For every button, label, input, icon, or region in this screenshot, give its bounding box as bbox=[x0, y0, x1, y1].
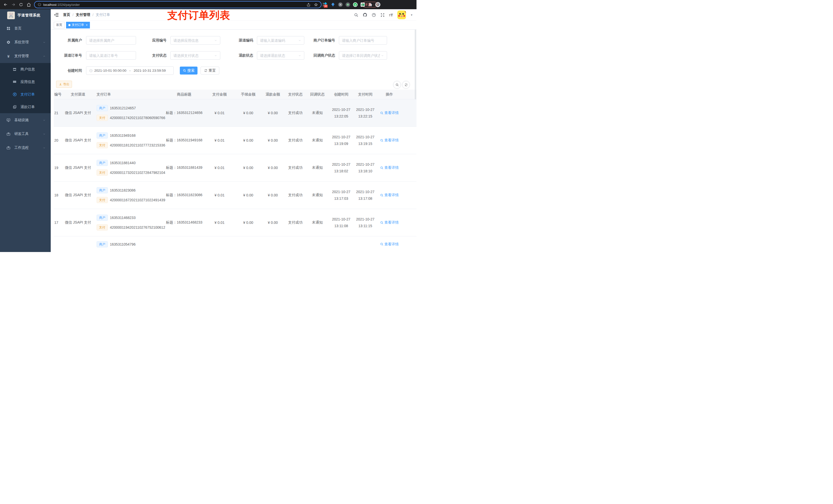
cell-filler bbox=[401, 99, 416, 126]
date-start-value[interactable]: 2021-10-01 00:00:00 bbox=[94, 69, 126, 72]
app-select[interactable] bbox=[170, 36, 220, 45]
address-bar[interactable]: localhost:1024/pay/order bbox=[34, 1, 322, 8]
view-details-link[interactable]: 查看详情 bbox=[378, 127, 401, 154]
view-details-link[interactable]: 查看详情 bbox=[378, 154, 401, 181]
font-size-icon[interactable]: TT bbox=[389, 13, 393, 17]
sidebar-item-home[interactable]: 首页 bbox=[0, 22, 51, 35]
table-row[interactable]: 19 微信 JSAPI 支付 商户 1635311881440 支付 42000… bbox=[54, 154, 416, 182]
page-title-annotation: 支付订单列表 bbox=[167, 9, 241, 21]
cell-status: 支付成功 bbox=[285, 127, 305, 154]
app-logo[interactable]: 🐰 芋道管理系统 bbox=[0, 9, 51, 22]
sidebar-item-payment[interactable]: ¥ 支付管理 bbox=[0, 49, 51, 63]
table-row[interactable]: 17 微信 JSAPI 支付 商户 1635311468233 支付 42000… bbox=[54, 209, 416, 236]
cell-amount: ¥ 0.01 bbox=[203, 127, 236, 154]
sidebar-item-merchant-info[interactable]: 商户信息 bbox=[0, 63, 51, 75]
site-info-icon[interactable] bbox=[38, 3, 41, 6]
pay-status-input[interactable] bbox=[173, 53, 213, 57]
browser-back-button[interactable] bbox=[2, 1, 9, 8]
sidebar-item-app-info[interactable]: 应用信息 bbox=[0, 75, 51, 88]
merchant-order-no-input[interactable] bbox=[342, 39, 384, 43]
sidebar-item-system[interactable]: 系统管理 bbox=[0, 35, 51, 49]
reset-button[interactable]: 重置 bbox=[200, 67, 219, 74]
refresh-table-button[interactable] bbox=[402, 81, 410, 89]
active-dot-icon bbox=[68, 24, 70, 26]
view-details-link[interactable]: 查看详情 bbox=[378, 182, 401, 209]
cell-notify-status: 未通知 bbox=[305, 127, 329, 154]
merchant-order-no-field[interactable] bbox=[339, 36, 387, 45]
extension-badge-icon[interactable]: 10 bbox=[323, 2, 328, 7]
browser-update-button[interactable]: 更新 ⋮ bbox=[362, 2, 377, 7]
view-details-link[interactable]: 查看详情 bbox=[378, 236, 401, 252]
cell-refund: ¥ 0.00 bbox=[260, 127, 285, 154]
date-range-picker[interactable]: 2021-10-01 00:00:00 - 2021-10-31 23:59:5… bbox=[86, 66, 174, 75]
table-row[interactable]: 18 微信 JSAPI 支付 商户 1635311823086 支付 42000… bbox=[54, 182, 416, 209]
cell-create-time bbox=[329, 236, 353, 252]
yuque-extension-icon[interactable]: y bbox=[353, 2, 358, 7]
help-icon[interactable] bbox=[372, 13, 376, 17]
sidebar-item-label: 支付订单 bbox=[21, 92, 35, 97]
export-button[interactable]: 导出 bbox=[56, 81, 72, 88]
tab-home[interactable]: 首页 bbox=[54, 22, 65, 28]
breadcrumb-payment[interactable]: 支付管理 bbox=[76, 13, 90, 17]
fullscreen-icon[interactable] bbox=[380, 13, 385, 17]
chevron-down-icon bbox=[43, 119, 46, 122]
export-label: 导出 bbox=[63, 82, 69, 87]
yuque-letter: y bbox=[354, 3, 357, 6]
app-select-input[interactable] bbox=[173, 39, 213, 43]
page-scrollbar[interactable] bbox=[415, 23, 416, 99]
view-details-link[interactable]: 查看详情 bbox=[378, 209, 401, 236]
search-icon[interactable] bbox=[354, 13, 358, 17]
toggle-search-button[interactable] bbox=[393, 81, 401, 89]
avatar-caret-icon[interactable]: ▼ bbox=[410, 14, 413, 16]
bookmark-star-icon[interactable] bbox=[314, 3, 318, 7]
notify-status-select[interactable] bbox=[339, 51, 387, 60]
col-header-channel: 支付渠道 bbox=[65, 90, 91, 99]
github-icon[interactable] bbox=[363, 13, 367, 17]
cell-fee: ¥ 0.00 bbox=[236, 127, 260, 154]
channel-order-no-field[interactable] bbox=[86, 51, 136, 60]
tab-pay-order[interactable]: 支付订单 × bbox=[66, 22, 90, 28]
merchant-select[interactable] bbox=[86, 36, 136, 45]
cell-amount: ¥ 0.01 bbox=[203, 154, 236, 181]
date-end-value[interactable]: 2021-10-31 23:59:59 bbox=[134, 69, 166, 72]
kite-extension-icon[interactable] bbox=[331, 2, 335, 7]
command-extension-icon[interactable]: ⌘ bbox=[338, 2, 343, 7]
browser-forward-button[interactable] bbox=[10, 1, 17, 8]
recorder-extension-icon[interactable] bbox=[346, 2, 350, 7]
browser-reload-button[interactable] bbox=[18, 1, 25, 8]
sidebar-item-infrastructure[interactable]: 基础设施 bbox=[0, 113, 51, 127]
merchant-input[interactable] bbox=[89, 39, 133, 43]
browser-home-button[interactable] bbox=[25, 1, 32, 8]
sidebar-item-workflow[interactable]: 工作流程 bbox=[0, 141, 51, 155]
view-details-link[interactable]: 查看详情 bbox=[378, 99, 401, 126]
close-icon[interactable]: × bbox=[86, 24, 88, 27]
table-row[interactable]: 商户 1635311054796 支付 查看详情 bbox=[54, 236, 416, 252]
col-header-actions: 操作 bbox=[378, 90, 401, 99]
notify-status-input[interactable] bbox=[342, 53, 380, 57]
action-label: 查看详情 bbox=[384, 242, 399, 247]
search-button[interactable]: 搜索 bbox=[180, 67, 197, 74]
share-icon[interactable] bbox=[307, 3, 310, 7]
chevron-down-icon bbox=[43, 133, 46, 136]
sidebar-item-dev-tools[interactable]: 研发工具 bbox=[0, 127, 51, 141]
channel-order-no-input[interactable] bbox=[89, 53, 133, 57]
sidebar-collapse-icon[interactable] bbox=[54, 12, 59, 18]
pay-tag: 支付 bbox=[97, 197, 108, 203]
pay-time: 13:22:15 bbox=[358, 113, 373, 120]
cell-notify-status bbox=[305, 236, 329, 252]
breadcrumb-home[interactable]: 首页 bbox=[63, 13, 70, 17]
cell-filler bbox=[401, 236, 416, 252]
cell-id: 17 bbox=[54, 209, 65, 236]
cell-id: 20 bbox=[54, 127, 65, 154]
chevron-down-icon bbox=[43, 146, 46, 149]
table-row[interactable]: 21 微信 JSAPI 支付 商户 1635312124657 支付 42000… bbox=[54, 99, 416, 127]
pay-status-select[interactable] bbox=[170, 51, 220, 60]
cell-create-time: 2021-10-27 13:22:05 bbox=[329, 99, 353, 126]
avatar[interactable] bbox=[397, 10, 406, 19]
sidebar-item-pay-order[interactable]: 支付订单 bbox=[0, 88, 51, 101]
merchant-tag: 商户 bbox=[97, 187, 108, 193]
table-row[interactable]: 20 微信 JSAPI 支付 商户 1635311949168 支付 42000… bbox=[54, 127, 416, 154]
sidebar-item-refund-order[interactable]: 退款订单 bbox=[0, 101, 51, 113]
merchant-tag: 商户 bbox=[97, 105, 108, 111]
browser-menu-dots-icon[interactable]: ⋮ bbox=[373, 3, 375, 6]
